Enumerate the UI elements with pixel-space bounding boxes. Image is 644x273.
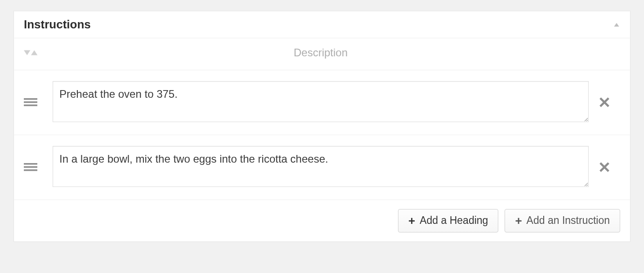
svg-marker-10 [599,162,609,172]
column-header-row: Description [14,38,630,70]
add-heading-label: Add a Heading [420,215,488,226]
svg-rect-8 [24,166,37,168]
plus-icon: + [515,215,522,227]
svg-rect-4 [24,101,37,103]
svg-marker-2 [31,50,37,55]
drag-handle-icon[interactable] [24,162,37,172]
instruction-textarea[interactable] [53,146,589,187]
svg-marker-0 [614,23,619,27]
panel-header: Instructions [14,11,630,38]
instruction-textarea[interactable] [53,81,589,122]
drag-handle-icon[interactable] [24,97,37,107]
svg-marker-6 [599,98,609,108]
add-heading-button[interactable]: + Add a Heading [398,209,498,232]
svg-rect-3 [24,98,37,100]
svg-rect-9 [24,169,37,171]
description-column-label: Description [294,46,348,59]
instruction-row [14,135,630,200]
svg-rect-7 [24,163,37,165]
svg-rect-5 [24,105,37,106]
delete-icon[interactable] [599,96,610,108]
delete-icon[interactable] [599,161,610,173]
panel-title: Instructions [24,18,91,32]
plus-icon: + [408,215,415,227]
sort-icon[interactable] [24,49,38,57]
add-instruction-button[interactable]: + Add an Instruction [505,209,620,232]
collapse-icon[interactable] [613,21,620,28]
instruction-row [14,70,630,135]
panel-footer: + Add a Heading + Add an Instruction [14,200,630,241]
svg-marker-1 [24,50,30,55]
instructions-panel: Instructions Description [13,11,631,242]
add-instruction-label: Add an Instruction [527,215,610,226]
